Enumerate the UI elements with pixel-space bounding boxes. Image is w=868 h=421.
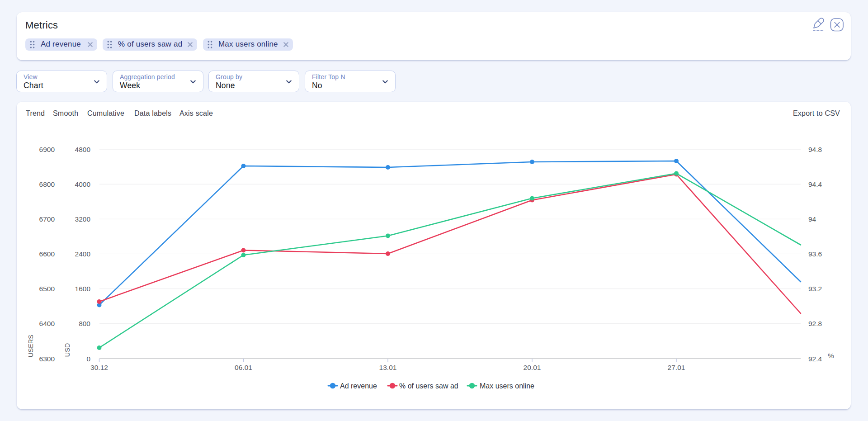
svg-text:6600: 6600 [39,250,55,258]
svg-text:30.12: 30.12 [90,364,108,371]
svg-text:13.01: 13.01 [379,364,397,371]
svg-text:0: 0 [86,355,90,363]
svg-text:94.8: 94.8 [808,146,822,153]
svg-text:USD: USD [64,343,71,357]
svg-text:06.01: 06.01 [235,364,252,371]
svg-text:Max users online: Max users online [480,382,534,390]
svg-text:3200: 3200 [75,215,91,223]
svg-text:92.8: 92.8 [808,320,822,327]
svg-text:% of users saw ad: % of users saw ad [399,382,458,390]
svg-text:4000: 4000 [75,180,91,188]
svg-text:92.4: 92.4 [808,355,822,363]
svg-text:USERS: USERS [27,335,34,357]
svg-text:94.4: 94.4 [808,180,822,188]
svg-text:6400: 6400 [39,320,55,327]
svg-text:6800: 6800 [39,180,55,188]
svg-text:94: 94 [808,215,816,223]
svg-text:2400: 2400 [75,250,91,258]
svg-text:6300: 6300 [39,355,55,363]
svg-text:%: % [828,352,834,360]
svg-text:93.6: 93.6 [808,250,822,258]
svg-text:27.01: 27.01 [668,364,685,371]
svg-text:6900: 6900 [39,146,55,153]
svg-text:Ad revenue: Ad revenue [340,382,377,390]
svg-text:4800: 4800 [75,146,91,153]
svg-text:6700: 6700 [39,215,55,223]
svg-text:93.2: 93.2 [808,285,822,293]
svg-text:6500: 6500 [39,285,55,293]
svg-text:20.01: 20.01 [524,364,541,371]
svg-text:1600: 1600 [75,285,91,293]
svg-text:800: 800 [79,320,90,327]
